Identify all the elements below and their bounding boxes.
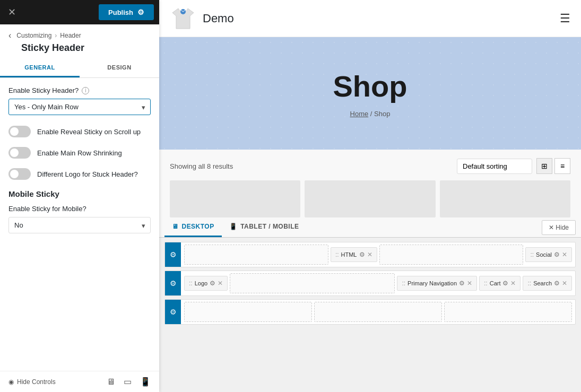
desktop-tab-label: DESKTOP [181,223,214,230]
row-handle[interactable]: ⚙ [165,242,181,267]
drag-icon[interactable]: :: [402,280,405,287]
tablet-icon[interactable]: ▭ [124,377,132,387]
panel-body: Enable Sticky Header? i Yes - Only Main … [0,78,159,371]
drag-icon[interactable]: :: [335,251,339,258]
panel-footer: ◉ Hide Controls 🖥 ▭ 📱 [0,371,159,392]
drag-icon[interactable]: :: [530,251,534,258]
hide-button[interactable]: ✕ Hide [542,220,576,235]
hero-breadcrumb: Home / Shop [350,110,391,118]
sticky-header-select-wrapper: Yes - Only Main Row Yes - All Rows No [8,99,151,115]
row-handle[interactable]: ⚙ [165,271,181,295]
item-label: Primary Navigation [407,280,457,286]
sticky-header-select[interactable]: Yes - Only Main Row Yes - All Rows No [8,99,151,115]
gear-icon[interactable]: ⚙ [554,251,560,258]
drag-icon[interactable]: :: [189,280,193,287]
footer-row: ◉ Hide Controls 🖥 ▭ 📱 [8,377,151,387]
sticky-header-label-text: Enable Sticky Header? [8,86,79,94]
table-row: ⚙ :: Logo ⚙ ✕ :: Primary Navigation ⚙ ✕ [164,271,576,296]
row-cells: :: HTML ⚙ ✕ :: Social ⚙ ✕ [181,242,575,267]
device-icons: 🖥 ▭ 📱 [107,377,151,387]
table-row: ⚙ [164,299,576,325]
builder-rows: ⚙ :: HTML ⚙ ✕ :: Social ⚙ ✕ [159,238,581,329]
hide-controls-button[interactable]: ◉ Hide Controls [8,378,56,386]
row-cell-empty [444,302,572,322]
close-button[interactable]: ✕ [5,4,19,21]
row-cell-empty [230,273,395,293]
list-view-button[interactable]: ≡ [554,158,570,174]
tab-design[interactable]: DESIGN [80,59,159,77]
desktop-tab-icon: 🖥 [172,223,178,230]
breadcrumb-sep: / [370,110,374,118]
gear-icon[interactable]: ⚙ [459,280,465,287]
view-icons: ⊞ ≡ [536,158,570,174]
mobile-sticky-select[interactable]: No Yes [8,217,151,233]
row-cell-empty [314,302,442,322]
enable-mobile-label: Enable Sticky for Mobile? [8,205,151,213]
gear-icon[interactable]: ⚙ [502,280,508,287]
drag-icon[interactable]: :: [484,280,488,287]
close-icon[interactable]: ✕ [562,251,567,258]
breadcrumb-header: Header [60,32,81,39]
row-cells: :: Logo ⚙ ✕ :: Primary Navigation ⚙ ✕ :: [181,271,575,295]
desktop-icon[interactable]: 🖥 [107,377,115,387]
gear-icon[interactable]: ⚙ [554,280,560,287]
page-title: Sticky Header [0,41,159,59]
reveal-sticky-toggle-row: Enable Reveal Sticky on Scroll up [8,126,151,137]
hero-section: Shop Home / Shop [159,37,581,150]
shop-toolbar: Showing all 8 results Default sorting So… [170,158,570,174]
logo-icon [170,5,196,32]
breadcrumb-customizing: Customizing [16,32,51,39]
site-logo: Demo [170,5,234,32]
mobile-sticky-heading: Mobile Sticky [8,189,151,198]
left-panel: ✕ Publish ⚙ ‹ Customizing › Header Stick… [0,0,159,392]
publish-button[interactable]: Publish ⚙ [99,4,154,20]
mobile-sticky-select-wrapper: No Yes [8,217,151,233]
mobile-icon[interactable]: 📱 [140,377,151,387]
products-row [170,180,570,217]
grid-view-button[interactable]: ⊞ [536,158,552,174]
hamburger-button[interactable]: ☰ [560,12,570,25]
row-handle[interactable]: ⚙ [165,300,181,324]
table-row: ⚙ :: HTML ⚙ ✕ :: Social ⚙ ✕ [164,242,576,267]
breadcrumb-home-link[interactable]: Home [350,110,369,118]
mobile-sticky-section: Mobile Sticky Enable Sticky for Mobile? … [8,189,151,233]
reveal-sticky-label: Enable Reveal Sticky on Scroll up [37,128,141,136]
gear-icon[interactable]: ⚙ [210,280,215,287]
product-card [440,180,570,217]
builder-section: 🖥 DESKTOP 📱 TABLET / MOBILE ✕ Hide ⚙ :: … [159,217,581,392]
publish-label: Publish [108,8,133,16]
diff-logo-toggle[interactable] [8,168,31,180]
row-cell-empty [184,302,312,322]
back-button[interactable]: ‹ [8,31,11,40]
close-icon[interactable]: ✕ [467,280,472,287]
toggle-slider [8,126,31,137]
tab-desktop[interactable]: 🖥 DESKTOP [164,217,222,237]
list-item: :: Cart ⚙ ✕ [479,276,521,291]
item-label: Cart [490,280,501,286]
main-row-shrink-toggle[interactable] [8,147,31,159]
main-row-shrink-label: Enable Main Row Shrinking [37,149,122,157]
item-label: Search [533,280,552,286]
shop-section: Showing all 8 results Default sorting So… [159,150,581,217]
panel-tabs: GENERAL DESIGN [0,59,159,78]
tab-tablet-mobile[interactable]: 📱 TABLET / MOBILE [222,217,307,237]
sort-select[interactable]: Default sorting Sort by popularity Sort … [457,159,532,174]
diff-logo-label: Different Logo for Stuck Header? [37,170,138,178]
builder-tabs: 🖥 DESKTOP 📱 TABLET / MOBILE ✕ Hide [159,217,581,238]
close-icon[interactable]: ✕ [562,280,567,287]
breadcrumb-current: Shop [374,110,390,118]
list-item: :: Logo ⚙ ✕ [184,276,228,291]
info-icon[interactable]: i [82,87,89,94]
close-icon[interactable]: ✕ [510,280,516,287]
gear-icon[interactable]: ⚙ [359,251,365,258]
tablet-tab-icon: 📱 [229,223,237,230]
item-label: Logo [195,280,207,286]
drag-icon[interactable]: :: [527,280,531,287]
close-icon[interactable]: ✕ [218,280,223,287]
tab-general[interactable]: GENERAL [0,59,80,77]
close-icon[interactable]: ✕ [367,251,372,258]
reveal-sticky-toggle[interactable] [8,126,31,137]
site-name: Demo [203,12,234,25]
shop-sorting: Default sorting Sort by popularity Sort … [457,158,570,174]
product-card [305,180,435,217]
